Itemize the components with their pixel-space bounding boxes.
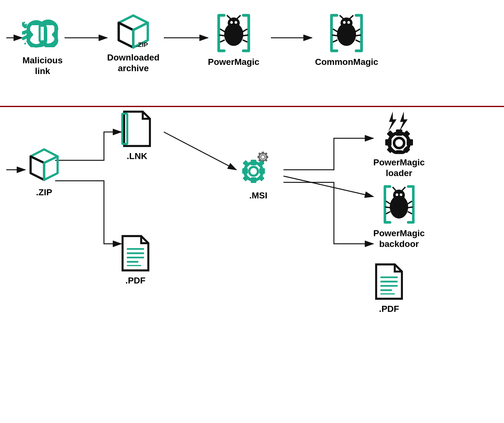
svg-rect-78 (385, 139, 392, 146)
svg-line-23 (243, 29, 247, 32)
zip-archive-icon: .ZIP (114, 13, 152, 50)
svg-line-33 (332, 35, 337, 36)
lnk-label: .LNK (127, 151, 147, 162)
svg-line-91 (408, 201, 412, 204)
svg-marker-12 (119, 15, 148, 30)
downloaded-archive-label: Downloaded archive (107, 52, 159, 73)
svg-point-95 (400, 193, 402, 196)
powermagic-backdoor-label: PowerMagic backdoor (373, 228, 425, 249)
pdf-left-label: .PDF (125, 275, 146, 286)
svg-line-93 (408, 212, 412, 214)
svg-line-25 (243, 40, 247, 42)
zip-bottom-label: .ZIP (36, 187, 52, 198)
svg-point-29 (341, 18, 352, 29)
powermagic-top-label: PowerMagic (208, 57, 259, 67)
svg-line-90 (386, 212, 390, 214)
svg-marker-45 (31, 157, 44, 180)
powermagic-top-icon (213, 13, 254, 54)
svg-marker-13 (119, 23, 133, 47)
svg-rect-61 (251, 160, 256, 165)
bottom-section: .ZIP .LNK (0, 108, 504, 423)
powermagic-loader-label: PowerMagic loader (373, 157, 425, 178)
svg-point-94 (396, 193, 398, 196)
svg-line-24 (243, 35, 248, 36)
zip-bottom-node: .ZIP (25, 146, 63, 198)
svg-line-92 (408, 207, 413, 208)
lnk-icon (121, 110, 153, 148)
svg-line-43 (284, 176, 373, 197)
svg-line-35 (356, 29, 360, 32)
svg-line-42 (164, 132, 236, 170)
svg-line-21 (219, 35, 225, 36)
powermagic-backdoor-node: PowerMagic backdoor (373, 184, 425, 249)
svg-line-32 (333, 29, 338, 32)
pdf-right-label: .PDF (379, 304, 399, 314)
svg-line-30 (340, 15, 343, 19)
svg-rect-53 (258, 156, 260, 158)
svg-marker-44 (31, 149, 58, 163)
svg-line-19 (237, 15, 240, 19)
chain-icon (22, 17, 63, 52)
svg-rect-51 (262, 152, 264, 154)
svg-line-31 (350, 15, 353, 19)
svg-marker-46 (44, 157, 58, 180)
zip-bottom-icon (25, 146, 63, 184)
svg-point-17 (228, 18, 240, 29)
svg-rect-8 (41, 27, 44, 40)
svg-point-27 (234, 21, 237, 24)
svg-rect-77 (396, 150, 402, 154)
svg-line-88 (386, 201, 390, 204)
svg-line-36 (356, 35, 361, 36)
svg-line-5 (22, 24, 25, 27)
svg-rect-54 (266, 156, 268, 158)
svg-line-34 (333, 40, 338, 42)
svg-point-60 (249, 167, 258, 176)
lnk-node: .LNK (121, 110, 153, 162)
svg-point-85 (393, 190, 405, 201)
svg-line-86 (392, 187, 396, 191)
svg-point-75 (394, 138, 404, 148)
powermagic-loader-node: PowerMagic loader (373, 110, 425, 178)
powermagic-top-node: PowerMagic (208, 13, 259, 67)
svg-rect-62 (251, 177, 256, 183)
pdf-left-node: .PDF (120, 234, 151, 286)
svg-point-39 (347, 21, 350, 24)
malicious-link-label: Malicious link (22, 55, 63, 76)
svg-rect-79 (407, 139, 413, 146)
svg-line-87 (402, 187, 405, 191)
svg-line-6 (22, 31, 27, 33)
pdf-left-icon (120, 234, 151, 272)
svg-line-20 (220, 29, 225, 32)
msi-icon (233, 146, 284, 187)
svg-line-18 (227, 15, 230, 19)
svg-point-50 (261, 155, 265, 159)
svg-rect-76 (396, 129, 402, 136)
svg-text:.ZIP: .ZIP (136, 41, 148, 48)
svg-rect-81 (403, 130, 410, 138)
svg-line-37 (356, 40, 360, 42)
malicious-link-node: Malicious link (22, 17, 63, 76)
commonmagic-node: CommonMagic (315, 13, 378, 67)
commonmagic-label: CommonMagic (315, 57, 378, 67)
pdf-right-node: .PDF (373, 263, 405, 314)
svg-point-26 (230, 21, 233, 24)
msi-label: .MSI (249, 190, 267, 201)
top-section: Malicious link .ZIP Downloaded archive (0, 0, 504, 107)
svg-rect-63 (242, 168, 248, 174)
svg-line-22 (220, 40, 225, 42)
powermagic-loader-icon (374, 110, 424, 154)
diagram: Malicious link .ZIP Downloaded archive (0, 0, 504, 423)
pdf-right-icon (373, 263, 405, 300)
downloaded-archive-node: .ZIP Downloaded archive (107, 13, 159, 73)
commonmagic-icon (326, 13, 367, 54)
svg-point-38 (343, 21, 346, 24)
msi-node: .MSI (233, 146, 284, 201)
svg-line-89 (385, 207, 390, 208)
powermagic-backdoor-icon (379, 184, 420, 225)
svg-rect-64 (259, 168, 265, 174)
